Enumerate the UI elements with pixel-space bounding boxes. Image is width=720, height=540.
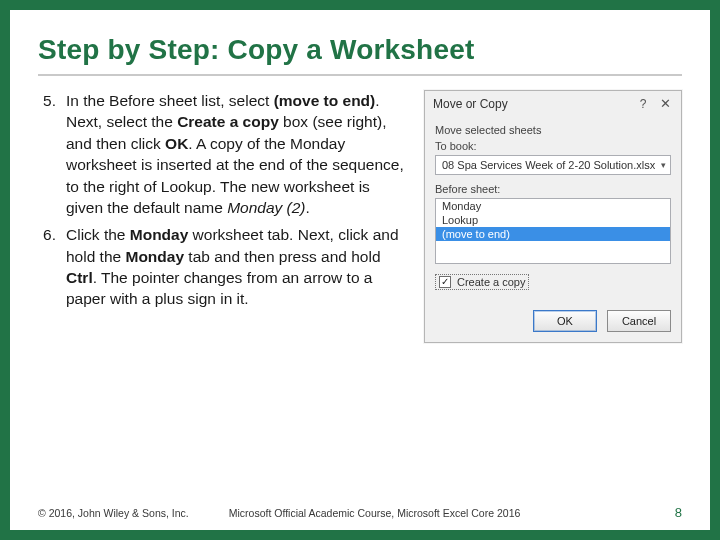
close-icon[interactable]: ✕ (657, 96, 673, 111)
body-row: 5. In the Before sheet list, select (mov… (38, 90, 682, 343)
help-icon[interactable]: ? (635, 97, 651, 111)
dialog-titlebar: Move or Copy ? ✕ (425, 91, 681, 116)
to-book-label: To book: (435, 140, 671, 152)
slide-title: Step by Step: Copy a Worksheet (38, 34, 682, 66)
step-number: 5. (38, 90, 66, 218)
step-6: 6. Click the Monday worksheet tab. Next,… (38, 224, 410, 310)
step-text: In the Before sheet list, select (move t… (66, 90, 410, 218)
list-item-selected[interactable]: (move to end) (436, 227, 670, 241)
ok-button[interactable]: OK (533, 310, 597, 332)
title-rule (38, 74, 682, 76)
dialog-buttons: OK Cancel (425, 300, 681, 342)
move-selected-label: Move selected sheets (435, 124, 671, 136)
step-5: 5. In the Before sheet list, select (mov… (38, 90, 410, 218)
to-book-value: 08 Spa Services Week of 2-20 Solution.xl… (442, 159, 655, 171)
page-number: 8 (675, 505, 682, 520)
copyright: © 2016, John Wiley & Sons, Inc. (38, 507, 189, 519)
dialog-title-text: Move or Copy (433, 97, 629, 111)
list-item[interactable]: Monday (436, 199, 670, 213)
course-name: Microsoft Official Academic Course, Micr… (229, 507, 675, 519)
before-sheet-label: Before sheet: (435, 183, 671, 195)
step-text: Click the Monday worksheet tab. Next, cl… (66, 224, 410, 310)
move-or-copy-dialog: Move or Copy ? ✕ Move selected sheets To… (424, 90, 682, 343)
create-copy-checkbox[interactable]: ✓ Create a copy (435, 274, 529, 290)
step-number: 6. (38, 224, 66, 310)
list-item[interactable]: Lookup (436, 213, 670, 227)
cancel-button[interactable]: Cancel (607, 310, 671, 332)
dialog-body: Move selected sheets To book: 08 Spa Ser… (425, 116, 681, 300)
to-book-select[interactable]: 08 Spa Services Week of 2-20 Solution.xl… (435, 155, 671, 175)
create-copy-label: Create a copy (457, 276, 525, 288)
footer: © 2016, John Wiley & Sons, Inc. Microsof… (38, 505, 682, 520)
slide: Step by Step: Copy a Worksheet 5. In the… (0, 0, 720, 540)
steps-list: 5. In the Before sheet list, select (mov… (38, 90, 410, 343)
chevron-down-icon: ▾ (661, 160, 666, 170)
checkbox-icon: ✓ (439, 276, 451, 288)
dialog-wrap: Move or Copy ? ✕ Move selected sheets To… (424, 90, 682, 343)
before-sheet-list[interactable]: Monday Lookup (move to end) (435, 198, 671, 264)
